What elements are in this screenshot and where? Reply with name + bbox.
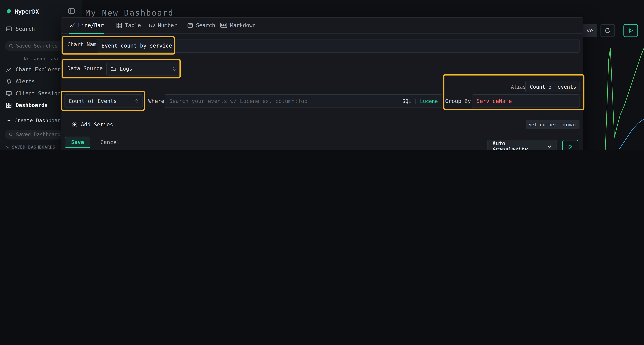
chart-name-input[interactable]: Event count by service (97, 39, 580, 52)
lucene-toggle[interactable]: Lucene (420, 98, 438, 104)
hyperdx-logo-icon (6, 8, 12, 14)
sidebar-item-label: Alerts (16, 78, 35, 84)
screen: My New Dashboard ve 4:04:00 PM (0, 0, 644, 150)
sidebar-item-search[interactable]: Search (6, 26, 35, 32)
sidebar-item-label: Dashboards (16, 102, 48, 108)
group-by-input[interactable]: ServiceName (472, 94, 580, 108)
group-by-value: ServiceName (476, 98, 512, 104)
tab-markdown[interactable]: Markdown (220, 18, 256, 33)
select-updown-icon (135, 98, 138, 104)
table-icon (116, 22, 122, 28)
data-source-value: Logs (120, 66, 132, 72)
chart-name-label: Chart Name (68, 41, 100, 47)
run-chart-button[interactable] (562, 140, 578, 150)
granularity-value: Auto Granularity (492, 140, 539, 150)
chevron-down-icon (6, 146, 10, 148)
saved-searches-placeholder: Saved Searches (16, 43, 58, 49)
search-icon (8, 43, 14, 48)
play-icon (568, 144, 573, 149)
aggregation-select[interactable]: Count of Events (64, 94, 142, 108)
sidebar-collapse-icon[interactable] (68, 8, 75, 14)
monitor-icon (6, 90, 12, 96)
save-button-partial[interactable]: ve (582, 24, 597, 37)
plus-circle-icon (72, 122, 78, 128)
sql-toggle[interactable]: SQL (402, 98, 411, 104)
brand-name: HyperDX (15, 8, 39, 15)
aggregation-value: Count of Events (68, 98, 117, 104)
saved-dashboards-section[interactable]: SAVED DASHBOARDS (6, 145, 56, 149)
sidebar-item-label: Search (16, 26, 35, 32)
alias-value: Count of events (530, 83, 576, 89)
line-chart-icon (70, 22, 75, 28)
refresh-icon (605, 27, 611, 34)
chart-explorer-icon (6, 66, 12, 73)
select-updown-icon (172, 66, 176, 71)
sidebar-item-alerts[interactable]: Alerts (6, 78, 35, 84)
sidebar-item-chart-explorer[interactable]: Chart Explorer (6, 66, 61, 73)
tab-table[interactable]: Table (116, 18, 141, 33)
alias-label: Alias (511, 84, 526, 90)
background-chart (583, 43, 644, 150)
sidebar-item-client-sessions[interactable]: Client Sessions (6, 90, 64, 96)
plus-icon: + (7, 117, 10, 123)
play-icon (628, 28, 633, 33)
tab-search[interactable]: Search (187, 18, 215, 33)
run-query-button-top[interactable] (624, 24, 638, 37)
add-series-button[interactable]: Add Series (72, 122, 113, 128)
markdown-icon (220, 22, 227, 28)
where-label: Where (148, 98, 164, 104)
sidebar-item-label: Chart Explorer (16, 66, 61, 73)
search-nav-icon (6, 26, 12, 32)
bell-icon (6, 78, 12, 84)
where-placeholder: Search your events w/ Lucene ex. column:… (169, 98, 308, 104)
chart-name-value: Event count by service (102, 43, 172, 49)
sidebar-item-dashboards[interactable]: Dashboards (6, 102, 48, 108)
group-by-label: Group By (445, 98, 471, 104)
create-dashboard-button[interactable]: + Create Dashboard (7, 117, 64, 123)
tab-line-bar[interactable]: Line/Bar (70, 18, 104, 34)
toggle-divider: | (414, 98, 417, 104)
alias-input[interactable]: Count of events (525, 81, 580, 92)
dashboards-grid-icon (6, 102, 12, 108)
refresh-button[interactable] (600, 24, 615, 37)
set-number-format-button[interactable]: Set number format (526, 120, 580, 129)
page-title: My New Dashboard (86, 8, 174, 17)
add-series-label: Add Series (81, 122, 113, 128)
folder-icon (110, 66, 116, 71)
granularity-select[interactable]: Auto Granularity (487, 140, 557, 150)
cancel-button[interactable]: Cancel (97, 137, 123, 148)
search-list-icon (187, 22, 193, 28)
search-icon (8, 132, 14, 137)
create-dashboard-label: Create Dashboard (14, 117, 64, 123)
chevron-down-icon (547, 145, 552, 148)
number-123-icon: 123 (148, 23, 155, 27)
saved-dashboards-placeholder: Saved Dashboards (16, 132, 64, 137)
where-search-input[interactable]: Search your events w/ Lucene ex. column:… (165, 94, 442, 108)
chart-edit-panel: Line/Bar Table 123 Number Search (61, 17, 583, 150)
sidebar-item-label: Client Sessions (16, 90, 64, 96)
data-source-label: Data Source (68, 65, 103, 71)
chart-type-tabs: Line/Bar Table 123 Number Search (61, 18, 583, 34)
save-chart-button[interactable]: Save (65, 137, 90, 148)
data-source-select[interactable]: Logs (106, 62, 180, 76)
tab-number[interactable]: 123 Number (148, 18, 177, 33)
